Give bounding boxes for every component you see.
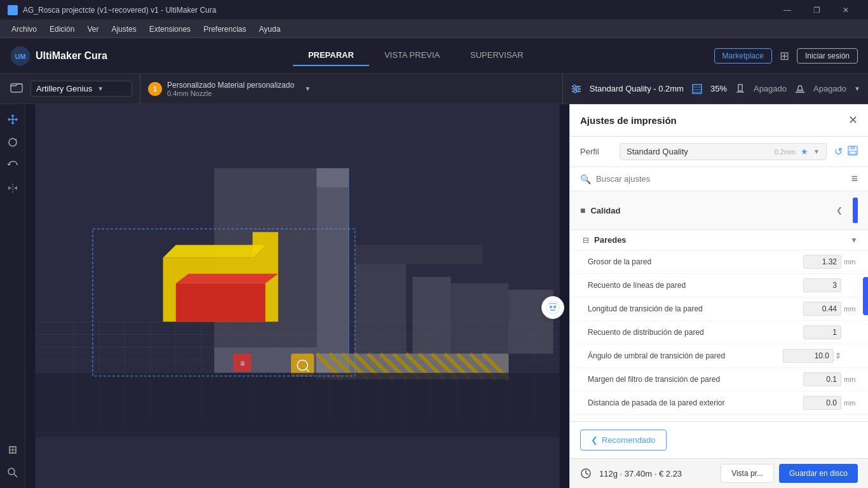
- settings-chevron-down[interactable]: ▼: [854, 85, 860, 92]
- menu-edicion[interactable]: Edición: [43, 22, 81, 36]
- grid-icon-button[interactable]: ⊞: [780, 49, 789, 63]
- printer-section: Artillery Genius ▼: [0, 74, 140, 104]
- print-info-bar: 112g · 37.40m · € 2.23 Vista pr... Guard…: [570, 458, 868, 488]
- second-toolbar: Artillery Genius ▼ 1 Personalizado Mater…: [0, 74, 868, 104]
- profile-save-button[interactable]: [848, 146, 858, 158]
- setting-grosor-pared: Grosor de la pared 1.32 mm: [570, 250, 868, 274]
- setting-recuento-lineas-value[interactable]: 3: [803, 278, 841, 292]
- logo-area: UM UltiMaker Cura: [10, 46, 107, 66]
- svg-line-26: [14, 474, 17, 477]
- left-sidebar: [0, 104, 25, 488]
- material-section: 1 Personalizado Material personalizado 0…: [140, 74, 563, 104]
- menu-ayuda[interactable]: Ayuda: [253, 22, 287, 36]
- paredes-icon: ⊟: [583, 236, 589, 245]
- tool-move[interactable]: [3, 109, 23, 130]
- settings-sliders-icon[interactable]: [571, 83, 582, 95]
- tool-support[interactable]: [3, 440, 23, 460]
- tab-vista-previa[interactable]: VISTA PREVIA: [369, 45, 455, 66]
- save-disk-button[interactable]: Guardar en disco: [779, 464, 858, 483]
- setting-angulo-umbral: Ángulo de umbral de transición de pared …: [570, 344, 868, 368]
- menu-extensiones[interactable]: Extensiones: [143, 22, 197, 36]
- support-label: Apagado: [754, 84, 787, 93]
- panel-header: Ajustes de impresión ✕: [570, 104, 868, 137]
- section-calidad[interactable]: ■ Calidad ❮: [570, 191, 868, 230]
- setting-angulo-umbral-value[interactable]: 10.0: [783, 349, 834, 363]
- maximize-button[interactable]: ❐: [802, 0, 831, 20]
- window-title: AG_Rosca projectcte (v1~recovered) v1 - …: [23, 6, 216, 15]
- setting-grosor-pared-label: Grosor de la pared: [588, 257, 803, 266]
- recommended-button[interactable]: ❮ Recomendado: [580, 430, 667, 451]
- material-badge: 1: [148, 82, 162, 96]
- svg-rect-87: [35, 373, 559, 437]
- infill-icon: [691, 83, 703, 95]
- recommended-label: Recomendado: [602, 435, 656, 445]
- setting-distancia-pasada-value[interactable]: 0.0: [803, 396, 841, 410]
- tab-supervisar[interactable]: SUPERVISAR: [455, 45, 539, 66]
- profile-reset-button[interactable]: ↺: [834, 146, 843, 158]
- svg-point-9: [574, 90, 576, 93]
- menu-preferencias[interactable]: Preferencias: [197, 22, 252, 36]
- setting-margen-filtro-label: Margen del filtro de transición de pared: [588, 375, 803, 384]
- tool-search[interactable]: [3, 463, 23, 483]
- title-bar-left: AG_Rosca projectcte (v1~recovered) v1 - …: [8, 5, 216, 15]
- tool-rotate[interactable]: [3, 132, 23, 152]
- settings-list[interactable]: ■ Calidad ❮ ⊟ Paredes ▼ Grosor de la par…: [570, 191, 868, 421]
- print-settings-panel: Ajustes de impresión ✕ Perfil Standard Q…: [569, 104, 868, 488]
- search-row: 🔍 ≡: [570, 167, 868, 191]
- setting-grosor-pared-unit: mm: [844, 258, 858, 266]
- search-input[interactable]: [596, 174, 846, 184]
- main-content: ≡: [0, 104, 868, 488]
- setting-margen-filtro-value[interactable]: 0.1: [803, 372, 841, 386]
- profile-label: Perfil: [580, 147, 612, 156]
- setting-recuento-lineas: Recuento de líneas de pared 3: [570, 274, 868, 297]
- tab-preparar[interactable]: PREPARAR: [293, 45, 369, 66]
- svg-point-0: [10, 7, 16, 13]
- nav-tabs: PREPARAR VISTA PREVIA SUPERVISAR: [128, 45, 704, 66]
- setting-grosor-pared-value[interactable]: 1.32: [803, 255, 841, 269]
- material-name: Personalizado Material personalizado: [167, 81, 294, 90]
- calidad-indicator: [853, 198, 858, 223]
- svg-rect-82: [355, 264, 407, 354]
- setting-longitud-transicion-value[interactable]: 0.44: [803, 302, 841, 316]
- folder-button[interactable]: [8, 78, 25, 99]
- svg-rect-86: [355, 245, 483, 264]
- menu-archivo[interactable]: Archivo: [5, 22, 43, 36]
- svg-point-7: [573, 85, 576, 88]
- menu-ver[interactable]: Ver: [81, 22, 105, 36]
- profile-chevron-icon: ▼: [813, 148, 820, 155]
- svg-point-25: [8, 468, 15, 475]
- ai-assistant-button[interactable]: [541, 296, 564, 319]
- printer-dropdown[interactable]: Artillery Genius ▼: [31, 81, 132, 97]
- close-button[interactable]: ✕: [831, 0, 860, 20]
- filter-button[interactable]: ≡: [851, 172, 858, 186]
- search-icon: 🔍: [580, 174, 591, 184]
- blue-panel-indicator: [863, 277, 868, 315]
- setting-recuento-distribucion-value[interactable]: 1: [803, 325, 841, 339]
- setting-longitud-transicion-label: Longitud de transición de la pared: [588, 304, 803, 313]
- signin-button[interactable]: Iniciar sesión: [797, 48, 858, 64]
- marketplace-button[interactable]: Marketplace: [714, 48, 772, 64]
- section-paredes[interactable]: ⊟ Paredes ▼: [570, 230, 868, 250]
- panel-footer: ❮ Recomendado: [570, 421, 868, 458]
- material-dropdown-chevron[interactable]: ▼: [304, 85, 311, 92]
- viewport[interactable]: ≡: [25, 104, 569, 488]
- profile-row: Perfil Standard Quality 0.2mm ★ ▼ ↺: [570, 137, 868, 167]
- calidad-chevron: ❮: [836, 206, 843, 215]
- print-stats: 112g · 37.40m · € 2.23: [599, 469, 682, 478]
- material-info: Personalizado Material personalizado 0.4…: [167, 81, 294, 97]
- profile-select-dropdown[interactable]: Standard Quality 0.2mm ★ ▼: [620, 143, 827, 160]
- window-controls: — ❐ ✕: [773, 0, 860, 20]
- adhesion-label: Apagado: [813, 84, 846, 93]
- svg-marker-55: [316, 168, 348, 187]
- tool-mirror[interactable]: [3, 178, 23, 198]
- setting-angulo-umbral-label: Ángulo de umbral de transición de pared: [588, 351, 783, 360]
- minimize-button[interactable]: —: [773, 0, 802, 20]
- setting-margen-filtro: Margen del filtro de transición de pared…: [570, 368, 868, 391]
- preview-button[interactable]: Vista pr...: [721, 464, 774, 483]
- tool-undo[interactable]: [3, 155, 23, 175]
- panel-close-button[interactable]: ✕: [848, 113, 858, 127]
- panel-title: Ajustes de impresión: [580, 115, 677, 126]
- menu-ajustes[interactable]: Ajustes: [105, 22, 142, 36]
- setting-recuento-distribucion-label: Recuento de distribución de pared: [588, 328, 803, 337]
- top-toolbar: UM UltiMaker Cura PREPARAR VISTA PREVIA …: [0, 38, 868, 74]
